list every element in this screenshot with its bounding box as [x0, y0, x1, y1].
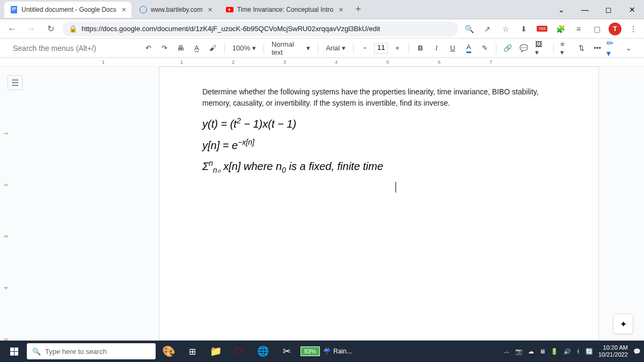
star-icon[interactable]: ☆: [499, 23, 512, 35]
notifications-icon[interactable]: 💬: [633, 348, 641, 355]
meet-now-icon[interactable]: 📷: [515, 348, 523, 355]
lock-icon: 🔒: [69, 25, 77, 33]
taskbar-clock[interactable]: 10:20 AM 10/21/2022: [598, 344, 628, 358]
close-window-button[interactable]: ✕: [625, 2, 640, 17]
document-area: ☰ 1 2 3 4 5 Determine whether the follow…: [0, 67, 644, 341]
tray-chevron-icon[interactable]: ︿: [504, 348, 510, 356]
document-page[interactable]: Determine whether the following systems …: [159, 67, 599, 341]
forward-button[interactable]: →: [24, 21, 39, 36]
equation-2: y[n] = e−x[n]: [202, 138, 555, 152]
battery-icon[interactable]: 🔋: [551, 348, 558, 355]
vertical-ruler[interactable]: 1 2 3 4 5: [4, 99, 13, 341]
browser-tab-strip: Untitled document - Google Docs × www.ba…: [0, 0, 644, 19]
paragraph-style-select[interactable]: Normal text ▾: [268, 40, 313, 56]
docs-toolbar: ↶ ↷ 🖶 A̲ 🖌 100% ▾ Normal text ▾ Arial ▾ …: [0, 39, 644, 58]
editing-mode-button[interactable]: ✏ ▾: [606, 38, 619, 58]
youtube-icon: [225, 5, 234, 14]
back-button[interactable]: ←: [4, 21, 19, 36]
url-text: https://docs.google.com/document/d/1zK4j…: [82, 25, 380, 33]
extension-icon[interactable]: 765: [536, 23, 548, 35]
comment-button[interactable]: 💬: [517, 41, 531, 55]
tab-overview-icon[interactable]: ▢: [590, 23, 603, 35]
window-controls: ⌄ — ◻ ✕: [554, 2, 640, 17]
tab-title: www.bartleby.com: [151, 6, 202, 13]
paint-format-button[interactable]: 🖌: [206, 41, 220, 55]
menu-icon[interactable]: ⋮: [627, 23, 640, 35]
mcafee-icon[interactable]: 🛡: [229, 341, 250, 362]
print-button[interactable]: 🖶: [174, 41, 188, 55]
start-button[interactable]: [3, 341, 25, 362]
font-size-input[interactable]: 11: [374, 43, 388, 54]
undo-button[interactable]: ↶: [142, 41, 156, 55]
align-button[interactable]: ≡ ▾: [558, 41, 572, 55]
tab-bartleby[interactable]: www.bartleby.com ×: [134, 2, 218, 18]
text-color-button[interactable]: A: [462, 41, 475, 55]
search-icon: 🔍: [32, 348, 41, 356]
svg-rect-1: [12, 8, 16, 8]
reading-list-icon[interactable]: ≡: [572, 23, 585, 35]
taskbar-colorful-icon[interactable]: 🎨: [158, 341, 179, 362]
redo-button[interactable]: ↷: [158, 41, 172, 55]
sync-icon[interactable]: 🔄: [586, 348, 593, 355]
close-icon[interactable]: ×: [339, 5, 343, 14]
zoom-select[interactable]: 100% ▾: [229, 44, 259, 52]
puzzle-icon[interactable]: 🧩: [554, 23, 567, 35]
system-tray: ︿ 📷 ☁ 🖥 🔋 🔊 ᚼ 🔄 10:20 AM 10/21/2022 💬: [504, 344, 641, 358]
svg-rect-3: [12, 10, 14, 10]
onedrive-icon[interactable]: ☁: [528, 348, 534, 355]
tab-youtube[interactable]: Time Invariance: Conceptual Intro ×: [220, 2, 349, 18]
intro-paragraph: Determine whether the following systems …: [202, 86, 555, 109]
taskbar-search[interactable]: 🔍 Type here to search: [27, 343, 156, 359]
address-bar: ← → ↻ 🔒 https://docs.google.com/document…: [0, 19, 644, 39]
profile-avatar[interactable]: T: [609, 23, 621, 35]
horizontal-ruler[interactable]: 1 1 2 3 4 5 6 7: [0, 58, 644, 67]
bold-button[interactable]: B: [413, 41, 427, 55]
spellcheck-button[interactable]: A̲: [190, 41, 204, 55]
search-menus-input[interactable]: [9, 41, 140, 55]
decrease-font-button[interactable]: −: [358, 41, 372, 55]
text-cursor: [202, 182, 555, 193]
more-button[interactable]: •••: [590, 41, 604, 55]
url-input[interactable]: 🔒 https://docs.google.com/document/d/1zK…: [62, 21, 458, 36]
close-icon[interactable]: ×: [122, 5, 126, 14]
close-icon[interactable]: ×: [208, 5, 212, 14]
tab-title: Time Invariance: Conceptual Intro: [237, 6, 334, 13]
tab-title: Untitled document - Google Docs: [21, 6, 116, 13]
download-icon[interactable]: ⬇: [517, 23, 530, 35]
image-button[interactable]: 🖼 ▾: [533, 41, 549, 55]
globe-icon: [139, 5, 148, 14]
maximize-button[interactable]: ◻: [601, 2, 616, 17]
increase-font-button[interactable]: +: [390, 41, 404, 55]
line-spacing-button[interactable]: ⇅: [574, 41, 588, 55]
windows-taskbar: 🔍 Type here to search 🎨 ⊞ 📁 🛡 🌐 ✂ 83% ☔R…: [0, 341, 644, 362]
share-icon[interactable]: ↗: [481, 23, 494, 35]
collapse-toolbar-button[interactable]: ⌄: [621, 41, 635, 55]
snip-icon[interactable]: ✂: [276, 341, 297, 362]
chevron-down-icon[interactable]: ⌄: [554, 2, 569, 17]
weather-widget[interactable]: ☔Rain...: [323, 341, 352, 362]
task-view-button[interactable]: ⊞: [181, 341, 203, 362]
equation-1: y(t) = (t2 − 1)x(t − 1): [202, 116, 555, 130]
svg-rect-2: [12, 9, 16, 9]
search-icon[interactable]: 🔍: [463, 23, 475, 35]
volume-icon[interactable]: 🔊: [564, 348, 571, 355]
chrome-icon[interactable]: 🌐: [252, 341, 274, 362]
security-icon[interactable]: 🖥: [539, 348, 545, 354]
reload-button[interactable]: ↻: [43, 21, 58, 36]
italic-button[interactable]: I: [429, 41, 443, 55]
new-tab-button[interactable]: +: [350, 2, 365, 17]
minimize-button[interactable]: —: [577, 2, 592, 17]
underline-button[interactable]: U: [445, 41, 459, 55]
battery-indicator[interactable]: 83%: [299, 341, 321, 362]
highlight-button[interactable]: ✎: [478, 41, 492, 55]
docs-icon: [10, 5, 18, 14]
bluetooth-icon[interactable]: ᚼ: [576, 348, 580, 354]
link-button[interactable]: 🔗: [501, 41, 515, 55]
file-explorer-icon[interactable]: 📁: [205, 341, 226, 362]
explore-button[interactable]: ✦: [613, 314, 633, 334]
font-select[interactable]: Arial ▾: [323, 44, 349, 52]
equation-3: Σnn₀ x[n] where n0 is a fixed, finite ti…: [202, 159, 555, 174]
tab-google-docs[interactable]: Untitled document - Google Docs ×: [4, 2, 131, 18]
outline-button[interactable]: ☰: [8, 75, 23, 90]
